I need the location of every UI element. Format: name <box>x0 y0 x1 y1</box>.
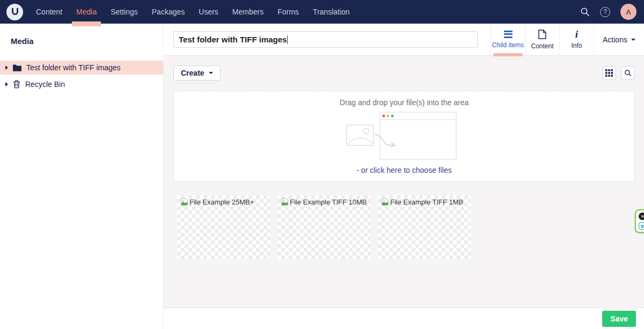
help-icon[interactable]: ? <box>600 7 610 17</box>
create-label: Create <box>181 69 204 77</box>
dropzone-headline: Drag and drop your file(s) into the area <box>340 98 469 107</box>
media-alt-text: File Example TIFF 1MB <box>390 198 463 206</box>
section-content[interactable]: Content <box>36 0 62 24</box>
top-navigation: Content Media Settings Packages Users Me… <box>0 0 644 24</box>
extension-logo-icon[interactable]: e <box>639 222 644 230</box>
section-members[interactable]: Members <box>232 0 264 24</box>
tree-item-test-folder[interactable]: Test folder with TIFF images <box>0 61 163 75</box>
grid-view-button[interactable] <box>602 66 616 80</box>
tab-child-items[interactable]: Child items <box>491 24 525 55</box>
umbraco-u-icon <box>12 8 18 15</box>
close-icon[interactable]: ✕ <box>639 213 644 220</box>
create-button[interactable]: Create <box>173 65 221 81</box>
section-packages[interactable]: Packages <box>152 0 185 24</box>
media-tree-sidebar: Media Test folder with TIFF images Recyc… <box>0 24 164 329</box>
global-search-icon[interactable] <box>580 7 590 17</box>
expand-caret-icon[interactable] <box>5 65 8 70</box>
dropzone-illustration-icon <box>346 111 463 163</box>
search-icon <box>624 69 632 77</box>
sidebar-heading: Media <box>0 36 163 46</box>
umbraco-backoffice: Content Media Settings Packages Users Me… <box>0 0 644 329</box>
actions-label: Actions <box>603 35 627 44</box>
choose-files-link[interactable]: - or click here to choose files <box>356 166 451 174</box>
editor-header: Test folder with TIFF images Child items… <box>164 24 644 56</box>
media-name-input[interactable]: Test folder with TIFF images <box>173 31 478 48</box>
grid-icon <box>605 69 613 77</box>
document-icon <box>538 30 546 39</box>
broken-image-icon <box>281 198 289 206</box>
info-icon: i <box>575 30 578 39</box>
umbraco-logo[interactable] <box>6 4 23 20</box>
editor-tabs: Child items Content i Info Actions <box>491 24 644 55</box>
section-media[interactable]: Media <box>76 0 97 24</box>
chevron-down-icon <box>631 39 635 41</box>
section-settings[interactable]: Settings <box>111 0 138 24</box>
tab-content[interactable]: Content <box>525 24 559 55</box>
media-card-tiff-1mb[interactable]: File Example TIFF 1MB <box>378 195 471 259</box>
text-cursor <box>287 35 288 44</box>
section-users[interactable]: Users <box>199 0 218 24</box>
list-icon <box>504 31 513 38</box>
topnav-right: ? A <box>580 4 636 20</box>
media-card-25mb[interactable]: File Example 25MB+ <box>177 195 270 259</box>
expand-caret-icon[interactable] <box>5 82 8 86</box>
media-card-tiff-10mb[interactable]: File Example TIFF 10MB <box>277 195 370 259</box>
media-name-value: Test folder with TIFF images <box>179 35 287 44</box>
tree-item-label: Recycle Bin <box>25 80 65 89</box>
search-media-button[interactable] <box>621 66 635 80</box>
broken-image-icon <box>381 198 389 206</box>
tab-label: Child items <box>492 41 524 49</box>
media-alt-text: File Example 25MB+ <box>189 198 254 206</box>
section-menu: Content Media Settings Packages Users Me… <box>36 0 364 24</box>
save-button[interactable]: Save <box>602 311 636 327</box>
toolbar: Create <box>173 65 635 81</box>
broken-image-icon <box>180 198 188 206</box>
workspace: Create Drag and drop your file(s) into t… <box>164 56 644 308</box>
editor-panel: Test folder with TIFF images Child items… <box>164 24 644 329</box>
user-avatar[interactable]: A <box>620 4 636 20</box>
tab-info[interactable]: i Info <box>559 24 594 55</box>
section-forms[interactable]: Forms <box>277 0 299 24</box>
file-dropzone[interactable]: Drag and drop your file(s) into the area <box>173 91 635 182</box>
chevron-down-icon <box>209 72 213 74</box>
editor-footer: Save <box>164 308 644 329</box>
trash-icon <box>13 80 20 89</box>
section-translation[interactable]: Translation <box>313 0 350 24</box>
tree-item-label: Test folder with TIFF images <box>26 63 121 72</box>
media-grid: File Example 25MB+ File Example TIFF 10M… <box>177 195 635 259</box>
tree-item-recycle-bin[interactable]: Recycle Bin <box>0 77 163 91</box>
media-alt-text: File Example TIFF 10MB <box>290 198 367 206</box>
browser-extension-widget: ✕ e <box>635 209 644 233</box>
tab-label: Content <box>531 42 553 50</box>
folder-icon <box>13 64 21 71</box>
actions-dropdown[interactable]: Actions <box>594 24 644 55</box>
tab-label: Info <box>571 42 582 49</box>
